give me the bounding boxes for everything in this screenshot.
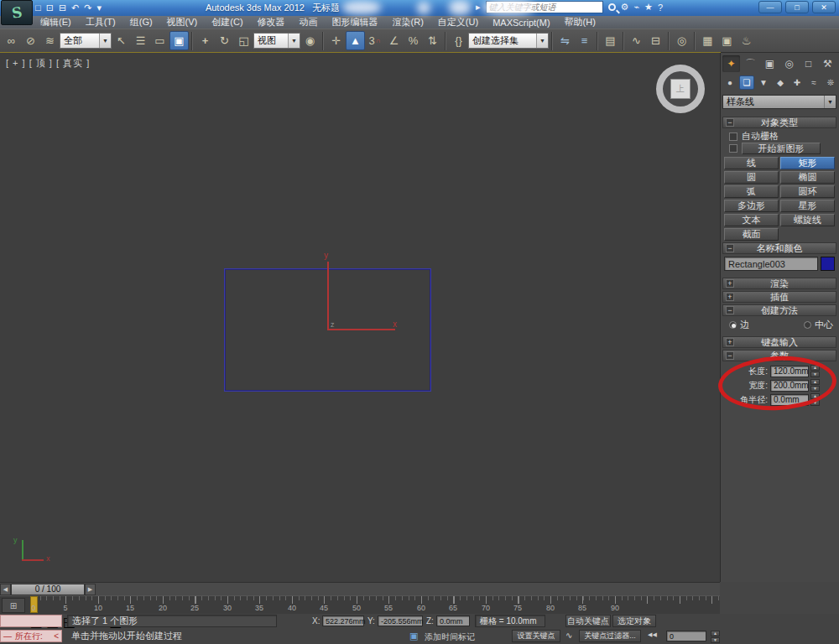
button-arc[interactable]: 弧 — [724, 185, 779, 198]
named-selection-set-dropdown[interactable]: 创建选择集 ▼ — [468, 33, 549, 49]
object-color-swatch[interactable] — [821, 257, 835, 271]
shape-category-dropdown[interactable]: 样条线 ▼ — [722, 95, 836, 109]
viewport-label[interactable]: [ + ] [ 顶 ] [ 真实 ] — [6, 57, 90, 70]
mirror-icon[interactable]: ⇋ — [555, 31, 575, 50]
menu-item-customize[interactable]: 自定义(U) — [438, 16, 478, 29]
reference-coordinate-dropdown[interactable]: 视图 ▼ — [253, 33, 300, 49]
x-coordinate-field[interactable]: 522.276mm — [322, 615, 364, 626]
viewcube-top-face[interactable]: 上 — [670, 79, 690, 99]
button-rectangle[interactable]: 矩形 — [780, 157, 835, 169]
category-geometry-icon[interactable]: ● — [722, 75, 737, 90]
menu-item-modifiers[interactable]: 修改器 — [258, 16, 285, 29]
button-star[interactable]: 星形 — [780, 200, 835, 212]
add-time-tag[interactable]: 添加时间标记 — [425, 631, 475, 643]
tab-modify-icon[interactable]: ⌒ — [742, 55, 759, 72]
spinner-snap-icon[interactable]: ⇅ — [423, 31, 442, 50]
menu-item-animation[interactable]: 动画 — [300, 16, 318, 29]
rollout-object-type[interactable]: − 对象类型 — [722, 117, 836, 128]
next-frame-button[interactable]: ▶ — [85, 584, 96, 595]
viewcube[interactable]: 上 — [656, 65, 705, 113]
maximize-button[interactable]: □ — [785, 1, 809, 13]
track-bar-ruler[interactable]: 0 5 10 15 20 25 30 35 40 45 50 55 60 65 … — [29, 596, 720, 615]
tab-create-icon[interactable]: ✦ — [722, 55, 740, 72]
button-ellipse[interactable]: 椭圆 — [780, 171, 835, 184]
rollout-creation-method[interactable]: − 创建方法 — [722, 304, 836, 316]
align-icon[interactable]: ≡ — [575, 31, 594, 50]
unlink-selection-icon[interactable]: ⊘ — [21, 31, 40, 50]
start-new-shape-button[interactable]: 开始新图形 — [742, 143, 821, 154]
auto-key-button[interactable]: 自动关键点 — [565, 615, 611, 627]
z-coordinate-field[interactable]: 0.0mm — [436, 615, 470, 626]
favorites-star-icon[interactable]: ★ — [644, 2, 653, 13]
gizmo-y-axis[interactable] — [327, 262, 329, 330]
material-editor-icon[interactable]: ◎ — [672, 31, 691, 50]
object-name-field[interactable]: Rectangle003 — [724, 257, 818, 271]
close-button[interactable]: ✕ — [812, 1, 836, 13]
render-setup-icon[interactable]: ▦ — [698, 31, 717, 50]
layer-manager-icon[interactable]: ▤ — [601, 31, 620, 50]
rollout-rendering[interactable]: + 渲染 — [722, 278, 836, 289]
track-bar[interactable]: ⊞ 0 5 10 15 20 25 30 35 40 45 50 55 60 6… — [0, 595, 720, 614]
selection-filter-dropdown[interactable]: 全部 ▼ — [60, 33, 112, 49]
bind-to-spacewarp-icon[interactable]: ≋ — [40, 31, 60, 50]
gizmo-x-axis[interactable] — [328, 329, 395, 330]
menu-item-tools[interactable]: 工具(T) — [86, 16, 116, 29]
minimize-button[interactable]: — — [758, 1, 782, 13]
tab-motion-icon[interactable]: ◎ — [780, 55, 798, 72]
category-systems-icon[interactable]: ❊ — [823, 75, 838, 90]
rollout-interpolation[interactable]: + 插值 — [722, 291, 836, 303]
y-coordinate-field[interactable]: -205.556mm — [378, 615, 423, 626]
key-filters-button[interactable]: 关键点过滤器... — [579, 630, 641, 642]
mini-curve-editor-button[interactable]: ⊞ — [2, 598, 25, 613]
button-donut[interactable]: 圆环 — [780, 185, 835, 198]
rollout-name-color[interactable]: − 名称和颜色 — [722, 242, 836, 254]
select-manipulate-icon[interactable]: ✛ — [326, 31, 346, 50]
current-frame-field[interactable]: 0 — [666, 631, 706, 641]
edit-named-sets-icon[interactable]: {} — [449, 31, 468, 50]
set-key-button[interactable]: 设置关键点 — [512, 630, 560, 642]
maxscript-listener-line[interactable]: — 所在行: < — [0, 630, 62, 642]
curve-editor-icon[interactable]: ∿ — [627, 31, 646, 50]
menu-item-rendering[interactable]: 渲染(R) — [393, 16, 424, 29]
tab-utilities-icon[interactable]: ⚒ — [819, 55, 836, 72]
rollout-keyboard-entry[interactable]: + 键盘输入 — [722, 336, 836, 348]
radio-center[interactable]: 中心 — [804, 319, 833, 331]
category-lights-icon[interactable]: ▼ — [756, 75, 771, 90]
button-circle[interactable]: 圆 — [724, 171, 779, 184]
previous-frame-button[interactable]: ◀ — [0, 584, 11, 595]
button-section[interactable]: 截面 — [724, 228, 779, 241]
menu-item-create[interactable]: 创建(C) — [211, 16, 242, 29]
menu-item-views[interactable]: 视图(V) — [167, 16, 198, 29]
use-pivot-center-icon[interactable]: ◉ — [300, 31, 320, 50]
time-slider-grip[interactable]: 0 / 100 — [11, 584, 85, 595]
category-cameras-icon[interactable]: ◆ — [773, 75, 788, 90]
button-ngon[interactable]: 多边形 — [724, 200, 779, 212]
flyout-left-icon[interactable]: ▸ — [476, 2, 481, 13]
app-logo-icon[interactable]: S — [1, 0, 33, 25]
snap-toggle-3d-icon[interactable]: 3∩ — [365, 31, 384, 50]
percent-snap-icon[interactable]: % — [404, 31, 423, 50]
menu-item-graph-editors[interactable]: 图形编辑器 — [332, 16, 378, 29]
category-spacewarps-icon[interactable]: ≈ — [806, 75, 821, 90]
render-production-icon[interactable]: ♨ — [737, 31, 756, 50]
menu-item-help[interactable]: 帮助(H) — [565, 16, 596, 29]
viewport-top[interactable]: [ + ] [ 顶 ] [ 真实 ] y x z 上 y x — [0, 53, 720, 582]
search-icon[interactable] — [608, 3, 616, 11]
window-crossing-icon[interactable]: ▣ — [169, 31, 189, 50]
selection-region-icon[interactable]: ▭ — [150, 31, 169, 50]
angle-snap-icon[interactable]: ∠ — [384, 31, 404, 50]
communication-icon[interactable]: ⌁ — [633, 2, 639, 13]
menu-item-group[interactable]: 组(G) — [130, 16, 153, 29]
category-helpers-icon[interactable]: ✚ — [789, 75, 805, 90]
maxscript-mini-listener[interactable] — [0, 615, 62, 627]
rendered-frame-icon[interactable]: ▣ — [717, 31, 737, 50]
menu-item-edit[interactable]: 编辑(E) — [40, 16, 71, 29]
button-text[interactable]: 文本 — [724, 214, 779, 226]
schematic-view-icon[interactable]: ⊟ — [646, 31, 665, 50]
select-by-name-icon[interactable]: ☰ — [131, 31, 150, 50]
button-helix[interactable]: 螺旋线 — [780, 214, 835, 226]
wrench-icon[interactable]: ⚙ — [621, 2, 629, 13]
button-line[interactable]: 线 — [724, 157, 779, 169]
selected-filter-dropdown[interactable]: 选定对象 — [612, 615, 656, 627]
tab-display-icon[interactable]: □ — [800, 55, 817, 72]
